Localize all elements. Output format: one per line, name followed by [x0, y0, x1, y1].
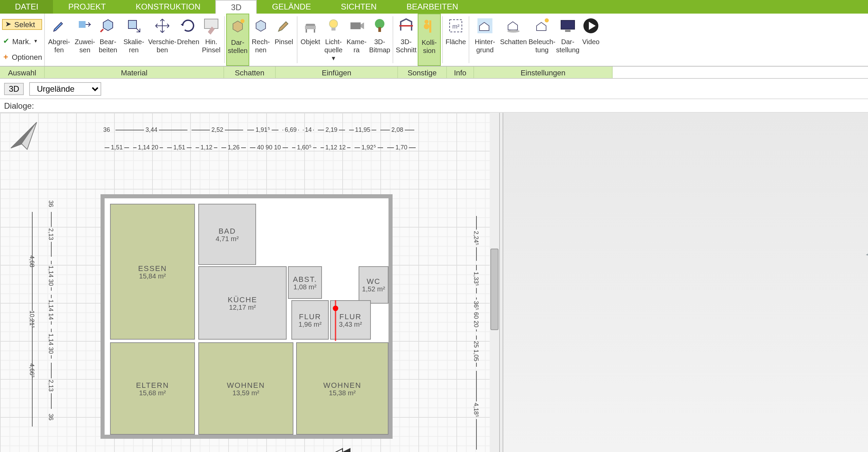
room-wohnen[interactable]: WOHNEN 15,38 m² [296, 342, 388, 435]
pane-divider[interactable] [499, 113, 503, 452]
menu-tab-gelaende[interactable]: GELÄNDE [257, 0, 326, 14]
ribbon-btn-label: Skalie-ren [123, 38, 144, 54]
ribbon-video-button[interactable]: Video [579, 14, 602, 66]
camera-icon [347, 16, 366, 35]
ribbon-btn-label: 3D-Bitmap [369, 38, 390, 54]
svg-rect-9 [331, 28, 336, 31]
dimension-label: 36 [101, 125, 113, 134]
dimension-label: 1,12 12 [319, 143, 352, 152]
selekt-label: Selekt [14, 20, 35, 28]
ribbon-verschieben-button[interactable]: Verschie-ben [148, 14, 177, 66]
ribbon-kollision-button[interactable]: Kolli-sion [418, 14, 441, 66]
scale-icon [124, 16, 143, 35]
terrain-select[interactable]: Urgelände [30, 82, 102, 95]
ribbon-zuweisen-button[interactable]: Zuwei-sen [73, 14, 96, 66]
ribbon-rechnen-button[interactable]: Rech-nen [249, 14, 272, 66]
svg-rect-13 [378, 27, 381, 32]
room-area: 1,96 m² [299, 320, 322, 328]
svg-point-3 [240, 19, 245, 23]
room-area: 1,52 m² [362, 285, 385, 293]
menu-tab-projekt[interactable]: PROJEKT [53, 0, 121, 14]
dimension-label: 2,13 [46, 211, 56, 258]
svg-point-21 [507, 30, 520, 33]
ribbon-darstellung-button[interactable]: Dar-stellung [556, 14, 579, 66]
ribbon-objekt-button[interactable]: Objekt [299, 14, 322, 66]
main-menu-bar: DATEI PROJEKT KONSTRUKTION 3D GELÄNDE SI… [0, 0, 868, 14]
ribbon-kamera-button[interactable]: Kame-ra [345, 14, 368, 66]
tree-icon [370, 16, 389, 35]
dimension-label: 4,66⁵ [27, 317, 37, 425]
room-abst.[interactable]: ABST. 1,08 m² [288, 266, 322, 299]
room-name: WC [367, 277, 381, 285]
menu-tab-datei[interactable]: DATEI [0, 0, 53, 14]
dimension-label: 1,26 [220, 143, 247, 152]
mark-label: Mark. [12, 37, 31, 45]
ribbon-btn-label: Kame-ra [347, 38, 367, 54]
ribbon-3dbitmap-button[interactable]: 3D-Bitmap [368, 14, 391, 66]
svg-rect-16 [429, 20, 431, 33]
ribbon-btn-label: Zuwei-sen [75, 38, 95, 54]
dimension-label: 1,12 [194, 143, 219, 152]
room-area: 15,68 m² [139, 389, 166, 396]
ribbon-group-sonstige: Sonstige [398, 67, 447, 78]
room-flur[interactable]: FLUR 1,96 m² [291, 300, 329, 340]
ribbon-drehen-button[interactable]: Drehen [177, 14, 200, 66]
svg-rect-0 [79, 21, 86, 28]
ribbon-lichtquelle-button[interactable]: Licht-quelle ▾ [322, 14, 345, 66]
optionen-tool[interactable]: ＋ Optionen [2, 53, 42, 61]
dimension-label: 1,51 [103, 143, 130, 152]
ribbon-flaeche-button[interactable]: m² Fläche [444, 14, 467, 66]
ribbon-darstellen-button[interactable]: Dar-stellen [226, 14, 249, 66]
ribbon-btn-label: Abgrei-fen [48, 38, 70, 54]
menu-tab-konstruktion[interactable]: KONSTRUKTION [121, 0, 216, 14]
svg-rect-7 [314, 29, 315, 33]
selekt-tool[interactable]: ➤ Selekt [2, 19, 42, 30]
ribbon-group-einstellungen: Einstellungen [474, 67, 613, 78]
dimension-label: 1,60⁵ [291, 143, 318, 152]
svg-point-12 [375, 19, 384, 29]
dimension-label: 1,14 20 [132, 143, 164, 152]
room-essen[interactable]: ESSEN 15,84 m² [110, 204, 195, 340]
room-eltern[interactable]: ELTERN 15,68 m² [110, 342, 195, 435]
ribbon-abgreifen-button[interactable]: Abgrei-fen [45, 14, 73, 66]
ribbon-schatten-set-button[interactable]: Schatten [499, 14, 528, 66]
dimension-label: 3,44 [114, 125, 189, 134]
plan-v-scrollbar[interactable] [490, 113, 499, 452]
check-icon: ✔ [2, 37, 10, 45]
ribbon-beleuchtung-button[interactable]: Beleuch-tung [528, 14, 556, 66]
ribbon-btn-label: Kolli-sion [422, 39, 437, 55]
room-bad[interactable]: BAD 4,71 m² [198, 204, 256, 265]
ribbon-bearbeiten-button[interactable]: Bear-beiten [96, 14, 120, 66]
view-mode-tag: 3D [4, 83, 24, 95]
room-name: KÜCHE [228, 295, 257, 303]
plan-v-thumb[interactable] [490, 249, 499, 330]
room-wc[interactable]: WC 1,52 m² [359, 266, 388, 304]
ribbon-btn-label: Hin.Pinsel [202, 38, 221, 54]
room-name: ABST. [293, 275, 317, 283]
menu-tab-bearbeiten[interactable]: BEARBEITEN [392, 0, 473, 14]
svg-point-17 [424, 20, 429, 24]
menu-tab-3d[interactable]: 3D [215, 0, 257, 14]
play-icon [581, 16, 600, 35]
model-3d-view[interactable] [503, 113, 868, 452]
ribbon-btn-label: Rech-nen [252, 38, 270, 54]
ribbon-btn-label: 3D-Schnitt [396, 38, 416, 54]
dimension-label: 2,19 [317, 125, 346, 134]
room-wohnen[interactable]: WOHNEN 13,59 m² [198, 342, 293, 435]
ribbon-skalieren-button[interactable]: Skalie-ren [120, 14, 148, 66]
monitor-icon [558, 16, 577, 35]
menu-tab-sichten[interactable]: SICHTEN [326, 0, 392, 14]
mark-tool[interactable]: ✔ Mark.▾ [2, 37, 42, 45]
section-icon [397, 16, 416, 35]
chair-icon [301, 16, 320, 35]
dimension-label: 1,70 [386, 143, 417, 152]
ribbon-hin-pinsel-button[interactable]: Hin.Pinsel [200, 14, 223, 66]
ribbon-toolbar: ➤ Selekt ✔ Mark.▾ ＋ Optionen Abgrei-fen … [0, 14, 868, 67]
ribbon-3dschnitt-button[interactable]: 3D-Schnitt [395, 14, 418, 66]
ribbon-pinsel-button[interactable]: Pinsel [272, 14, 295, 66]
ribbon-hintergrund-button[interactable]: Hinter-grund [471, 14, 499, 66]
room-küche[interactable]: KÜCHE 12,17 m² [198, 266, 287, 340]
svg-rect-2 [204, 19, 218, 29]
floorplan-2d-view[interactable]: 363,442,521,91⁵6,69142,1911,952,08 1,511… [0, 113, 499, 452]
ribbon-group-einfügen: Einfügen [276, 67, 398, 78]
